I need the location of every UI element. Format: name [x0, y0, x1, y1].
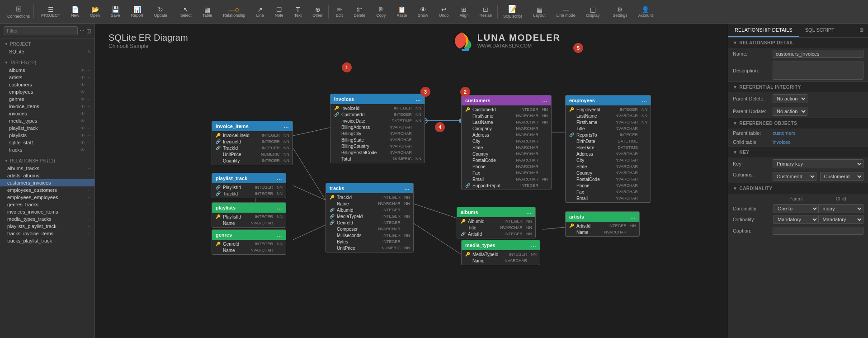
columns-child-select[interactable]: CustomerId: [820, 172, 864, 181]
sidebar-item-genres-tracks[interactable]: genres_tracks ⋯: [0, 201, 94, 208]
more-icon-playlists[interactable]: ⋯: [86, 133, 91, 138]
child-table-link[interactable]: invoices: [773, 139, 791, 145]
delete-button[interactable]: 🗑Delete: [352, 5, 367, 19]
more-icon-customers[interactable]: ⋯: [86, 82, 91, 87]
sidebar-item-tracks[interactable]: tracks 👁⋯: [0, 146, 94, 153]
er-table-tracks[interactable]: tracks … 🔑TrackIdINTEGERNN NameNVARCHARN…: [326, 183, 414, 252]
parent-update-select[interactable]: No action: [773, 107, 807, 116]
eye-icon-albums[interactable]: 👁: [80, 68, 85, 73]
sidebar-item-sqlite[interactable]: SQLite ✎: [0, 48, 94, 55]
sidebar-item-invoices[interactable]: invoices 👁⋯: [0, 110, 94, 117]
eye-icon-genres[interactable]: 👁: [80, 97, 85, 102]
tracks-more[interactable]: …: [404, 185, 410, 191]
sidebar-item-media-types[interactable]: media_types 👁⋯: [0, 117, 94, 124]
artists-more[interactable]: …: [630, 214, 636, 220]
more-icon-invoices[interactable]: ⋯: [86, 111, 91, 116]
columns-parent-select[interactable]: CustomerId: [773, 172, 816, 181]
more-icon-artists[interactable]: ⋯: [86, 75, 91, 80]
eye-icon-playlists[interactable]: 👁: [80, 133, 85, 138]
caption-input[interactable]: [773, 227, 863, 235]
eye-icon-pt[interactable]: 👁: [80, 126, 85, 131]
rel-desc-textarea[interactable]: [773, 62, 863, 80]
table-tool[interactable]: ▦Table: [201, 5, 214, 19]
employees-more[interactable]: …: [642, 97, 647, 104]
er-table-invoice-items[interactable]: invoice_items … 🔑InvoiceLineIdINTEGERNN …: [212, 121, 293, 165]
more-icon-tp[interactable]: ⋯: [86, 238, 91, 243]
er-table-employees[interactable]: employees … 🔑EmployeeIdINTEGERNN LastNam…: [565, 95, 651, 203]
parent-delete-select[interactable]: No action: [773, 94, 807, 103]
more-icon-gt[interactable]: ⋯: [86, 202, 91, 207]
er-table-media-types[interactable]: media_types … 🔑MediaTypeIdINTEGERNN Name…: [461, 240, 540, 265]
account-button[interactable]: 👤Account: [637, 5, 655, 19]
linemode-button[interactable]: —Line mode: [555, 5, 577, 19]
undo-button[interactable]: ↩Undo: [437, 5, 451, 19]
layout-button[interactable]: ▦Layout: [532, 5, 547, 19]
other-tool[interactable]: ⊕Other: [311, 5, 325, 19]
open-button[interactable]: 📂Open: [88, 5, 102, 19]
sidebar-item-artists[interactable]: artists 👁⋯: [0, 74, 94, 81]
er-table-albums[interactable]: albums … 🔑AlbumIdINTEGERNN TitleNVARCHAR…: [457, 207, 536, 238]
sidebar-item-playlists-pt[interactable]: playlists_playlist_track ⋯: [0, 223, 94, 230]
sidebar-item-customers-invoices[interactable]: customers_invoices ⋯: [0, 179, 94, 186]
sidebar-item-media-tracks[interactable]: media_types_tracks ⋯: [0, 215, 94, 223]
invoices-more[interactable]: …: [415, 96, 421, 102]
more-icon-pt[interactable]: ⋯: [86, 126, 91, 131]
sidebar-item-albums-tracks[interactable]: albums_tracks ⋯: [0, 165, 94, 172]
note-tool[interactable]: ☐Note: [273, 5, 285, 19]
er-table-playlists[interactable]: playlists … 🔑PlaylistIdINTEGERNN NameNVA…: [212, 202, 286, 228]
ordinality-child-select[interactable]: Mandatory: [819, 215, 864, 224]
report-button[interactable]: 📊Report: [129, 5, 145, 19]
sidebar-item-invoice-items[interactable]: invoice_items 👁⋯: [0, 103, 94, 110]
rel-name-input[interactable]: [773, 50, 863, 58]
more-icon-stat[interactable]: ⋯: [86, 140, 91, 145]
project-header[interactable]: ▼ PROJECT: [0, 40, 94, 48]
key-select[interactable]: Primary key: [773, 159, 863, 168]
eye-icon-stat[interactable]: 👁: [80, 140, 85, 145]
more-icon-media[interactable]: ⋯: [86, 119, 91, 124]
sidebar-item-employees[interactable]: employees 👁⋯: [0, 88, 94, 95]
eye-icon-customers[interactable]: 👁: [80, 82, 85, 87]
cardinality-child-select[interactable]: many: [819, 204, 864, 213]
show-button[interactable]: 👁Show: [416, 5, 430, 19]
more-icon-genres[interactable]: ⋯: [86, 97, 91, 102]
settings-button[interactable]: ⚙Settings: [611, 5, 629, 19]
sidebar-item-genres[interactable]: genres 👁⋯: [0, 95, 94, 103]
more-icon-mt[interactable]: ⋯: [86, 217, 91, 222]
update-button[interactable]: ↻Update: [152, 5, 169, 19]
edit-button[interactable]: ✏Edit: [334, 5, 345, 19]
eye-icon-artists[interactable]: 👁: [80, 75, 85, 80]
genres-more[interactable]: …: [277, 232, 282, 238]
er-table-playlist-track[interactable]: playlist_track … 🔗PlaylistIdINTEGERNN 🔗T…: [212, 173, 286, 198]
relationship-tool[interactable]: —◇Relationship: [221, 5, 247, 19]
more-icon-ee[interactable]: ⋯: [86, 195, 91, 200]
media-types-more[interactable]: …: [531, 242, 536, 248]
er-table-invoices[interactable]: invoices … 🔑InvoiceIdINTEGERNN 🔗Customer…: [330, 94, 425, 163]
sidebar-item-customers[interactable]: customers 👁⋯: [0, 81, 94, 88]
sidebar-item-playlist-track[interactable]: playlist_track 👁⋯: [0, 124, 94, 132]
more-icon-ti[interactable]: ⋯: [86, 231, 91, 236]
tab-relationship-details[interactable]: RELATIONSHIP DETAILS: [728, 24, 799, 37]
tab-sql-script[interactable]: SQL SCRIPT: [799, 24, 841, 37]
paste-button[interactable]: 📋Paste: [395, 5, 409, 19]
sidebar-item-tracks-invoice[interactable]: tracks_invoice_items ⋯: [0, 230, 94, 237]
relationships-header[interactable]: ▼ RELATIONSHIPS (11): [0, 157, 94, 165]
parent-table-link[interactable]: customers: [773, 130, 796, 136]
more-icon-invoice-items[interactable]: ⋯: [86, 104, 91, 109]
copy-button[interactable]: ⎘Copy: [374, 5, 387, 19]
more-icon-ppt[interactable]: ⋯: [86, 224, 91, 229]
more-icon-at[interactable]: ⋯: [86, 166, 91, 171]
more-icon-ci[interactable]: ⋯: [86, 181, 91, 186]
more-icon-employees[interactable]: ⋯: [86, 90, 91, 95]
er-table-genres[interactable]: genres … 🔑GenreIdINTEGERNN NameNVARCHAR: [212, 229, 286, 255]
customers-more[interactable]: …: [542, 97, 547, 104]
more-icon-aa[interactable]: ⋯: [86, 173, 91, 178]
eye-icon-employees[interactable]: 👁: [80, 90, 85, 95]
projects-button[interactable]: ☰PROJECT: [39, 5, 62, 19]
albums-more[interactable]: …: [526, 209, 532, 215]
sidebar-item-invoices-items[interactable]: invoices_invoice_items ⋯: [0, 208, 94, 215]
sidebar-item-tracks-playlist[interactable]: tracks_playlist_track ⋯: [0, 237, 94, 244]
ordinality-parent-select[interactable]: Mandatory: [774, 215, 819, 224]
eye-icon-media[interactable]: 👁: [80, 119, 85, 124]
line-tool[interactable]: ↗Line: [255, 5, 266, 19]
playlist-track-more[interactable]: …: [277, 175, 282, 181]
